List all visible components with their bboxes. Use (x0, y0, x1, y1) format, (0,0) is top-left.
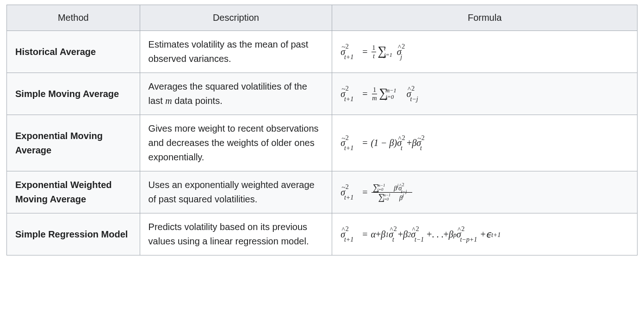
formula: σ~2t+1=∑m−1j=0βjσ^2t−j∑m−1j=0βj (341, 183, 413, 201)
table-row: Simple Regression ModelPredicts volatili… (7, 213, 638, 255)
method-cell: Historical Average (7, 31, 140, 73)
formula: σ~2t+1=(1 − β)σ^2t + βσ~2t (341, 136, 426, 150)
table-row: Simple Moving AverageAverages the square… (7, 73, 638, 115)
formula-cell: σ~2t+1=∑m−1j=0βjσ^2t−j∑m−1j=0βj (332, 171, 638, 213)
col-header-formula: Formula (332, 5, 638, 31)
formula-cell: σ~2t+1=(1 − β)σ^2t + βσ~2t (332, 115, 638, 171)
table-header-row: Method Description Formula (7, 5, 638, 31)
description-cell: Averages the squared volatilities of the… (140, 73, 332, 115)
inline-variable: m (165, 96, 172, 106)
description-text: data points. (172, 96, 223, 106)
volatility-methods-table: Method Description Formula Historical Av… (6, 5, 638, 255)
formula-cell: σ~2t+1=1m∑m−1j=0σ^2t−j (332, 73, 638, 115)
description-cell: Gives more weight to recent observations… (140, 115, 332, 171)
table-row: Historical AverageEstimates volatility a… (7, 31, 638, 73)
method-cell: Exponential Weighted Moving Average (7, 171, 140, 213)
formula: σ~2t+1=1t∑tj=1σ^2j (341, 44, 408, 60)
method-cell: Simple Regression Model (7, 213, 140, 255)
method-cell: Simple Moving Average (7, 73, 140, 115)
method-cell: Exponential Moving Average (7, 115, 140, 171)
formula-cell: σ^2t+1=α + β1σ^2t + β2σ^2t−1 + . . . + β… (332, 213, 638, 255)
formula-cell: σ~2t+1=1t∑tj=1σ^2j (332, 31, 638, 73)
table-row: Exponential Weighted Moving AverageUses … (7, 171, 638, 213)
description-cell: Estimates volatility as the mean of past… (140, 31, 332, 73)
col-header-description: Description (140, 5, 332, 31)
formula: σ~2t+1=1m∑m−1j=0σ^2t−j (341, 86, 423, 102)
table-row: Exponential Moving AverageGives more wei… (7, 115, 638, 171)
description-cell: Predicts volatility based on its previou… (140, 213, 332, 255)
description-cell: Uses an exponentially weighted average o… (140, 171, 332, 213)
col-header-method: Method (7, 5, 140, 31)
formula: σ^2t+1=α + β1σ^2t + β2σ^2t−1 + . . . + β… (341, 227, 501, 242)
